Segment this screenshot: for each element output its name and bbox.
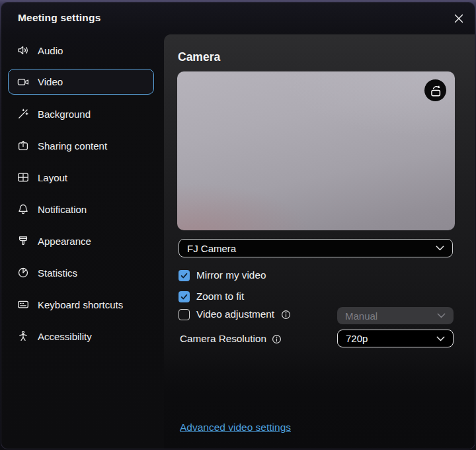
mirror-video-option: Mirror my video <box>178 269 266 282</box>
keyboard-icon <box>17 298 29 310</box>
sidebar-item-label: Audio <box>38 45 63 56</box>
chevron-down-icon <box>436 246 444 251</box>
sidebar-item-label: Video <box>38 76 63 87</box>
sidebar-item-audio[interactable]: Audio <box>1 34 164 66</box>
magic-wand-icon <box>17 108 29 120</box>
sidebar-item-background[interactable]: Background <box>1 98 164 130</box>
camera-resolution-label: Camera Resolution <box>180 333 266 345</box>
sidebar-item-accessibility[interactable]: Accessibility <box>1 320 164 352</box>
zoom-to-fit-checkbox[interactable] <box>178 291 190 302</box>
sidebar-item-statistics[interactable]: Statistics <box>1 257 164 289</box>
video-adjustment-mode-select[interactable]: Manual <box>337 307 454 324</box>
video-adjustment-mode-value: Manual <box>345 310 377 322</box>
sidebar-item-label: Appearance <box>38 236 91 247</box>
section-heading: Camera <box>178 50 220 64</box>
dialog-title: Meeting settings <box>18 12 101 24</box>
sidebar-item-label: Keyboard shortcuts <box>38 299 123 310</box>
sidebar-item-label: Layout <box>38 172 67 183</box>
sidebar-item-sharing-content[interactable]: Sharing content <box>1 130 164 161</box>
mirror-video-label: Mirror my video <box>196 269 266 281</box>
chevron-down-icon <box>436 336 445 341</box>
video-adjustment-option: Video adjustment <box>178 308 291 321</box>
sidebar-item-layout[interactable]: Layout <box>1 161 164 193</box>
bell-icon <box>17 203 29 215</box>
sidebar-item-video[interactable]: Video <box>8 69 154 95</box>
zoom-to-fit-label: Zoom to fit <box>196 291 244 302</box>
camera-device-select[interactable]: FJ Camera <box>178 239 453 257</box>
video-camera-icon <box>17 76 29 88</box>
close-icon <box>454 14 463 23</box>
flip-camera-icon <box>427 82 444 99</box>
camera-device-value: FJ Camera <box>187 243 236 254</box>
camera-resolution-value: 720p <box>346 333 368 344</box>
chevron-down-icon <box>437 313 446 318</box>
video-adjustment-checkbox[interactable] <box>178 309 190 320</box>
camera-preview <box>177 71 455 230</box>
camera-resolution-row: Camera Resolution <box>180 332 282 345</box>
sidebar-item-label: Statistics <box>38 267 77 279</box>
sidebar-item-appearance[interactable]: Appearance <box>1 225 164 257</box>
speaker-icon <box>17 44 29 56</box>
info-icon[interactable] <box>281 310 291 320</box>
sidebar-item-keyboard-shortcuts[interactable]: Keyboard shortcuts <box>1 289 164 320</box>
advanced-video-settings-link[interactable]: Advanced video settings <box>180 422 291 433</box>
mirror-video-checkbox[interactable] <box>178 270 190 281</box>
sidebar-item-label: Background <box>38 109 91 120</box>
zoom-to-fit-option: Zoom to fit <box>178 290 244 303</box>
meeting-settings-dialog: Meeting settings Audio Video <box>1 2 475 449</box>
paintbrush-icon <box>17 235 29 247</box>
sidebar-item-notification[interactable]: Notification <box>1 193 164 225</box>
sidebar-item-label: Notification <box>38 204 87 215</box>
camera-resolution-select[interactable]: 720p <box>337 330 454 347</box>
info-icon[interactable] <box>272 334 282 344</box>
video-settings-panel: Camera FJ Camera <box>164 34 475 449</box>
sidebar-item-label: Accessibility <box>38 331 92 342</box>
layout-grid-icon <box>17 171 29 183</box>
video-adjustment-label: Video adjustment <box>196 308 274 320</box>
accessibility-icon <box>17 330 29 342</box>
gauge-icon <box>17 267 29 279</box>
flip-camera-button[interactable] <box>424 79 446 101</box>
close-button[interactable] <box>452 11 466 26</box>
share-icon <box>17 140 29 152</box>
sidebar-item-label: Sharing content <box>38 140 107 152</box>
